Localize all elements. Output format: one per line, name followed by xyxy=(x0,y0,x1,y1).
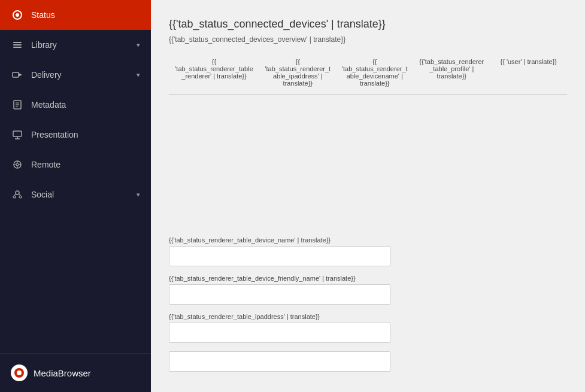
field4-input[interactable] xyxy=(169,351,390,372)
sidebar-item-social-label: Social xyxy=(31,190,137,199)
page-subtitle: {{'tab_status_connected_devices_overview… xyxy=(169,35,567,44)
field1-input[interactable] xyxy=(169,246,390,266)
field4-group xyxy=(169,351,567,372)
main-content: {{'tab_status_connected_devices' | trans… xyxy=(151,0,585,392)
field3-input[interactable] xyxy=(169,323,390,343)
svg-line-24 xyxy=(19,194,20,196)
delivery-chevron-icon: ▾ xyxy=(137,71,140,79)
sidebar-item-library-label: Library xyxy=(31,40,137,50)
svg-rect-4 xyxy=(13,47,22,48)
sidebar-item-remote-label: Remote xyxy=(31,160,140,169)
metadata-icon xyxy=(11,98,24,111)
field2-group: {{'tab_status_renderer_table_device_frie… xyxy=(169,275,567,305)
page-title: {{'tab_status_connected_devices' | trans… xyxy=(169,18,567,31)
presentation-icon xyxy=(11,128,24,141)
field3-group: {{'tab_status_renderer_table_ipaddress' … xyxy=(169,313,567,343)
field1-group: {{'tab_status_renderer_table_device_name… xyxy=(169,236,567,266)
sidebar-item-delivery[interactable]: Delivery ▾ xyxy=(0,60,151,90)
svg-rect-5 xyxy=(13,72,19,77)
sidebar-item-remote[interactable]: Remote xyxy=(0,150,151,180)
social-icon xyxy=(11,188,24,201)
library-chevron-icon: ▾ xyxy=(137,41,140,49)
sidebar-item-delivery-label: Delivery xyxy=(31,70,137,80)
field3-label: {{'tab_status_renderer_table_ipaddress' … xyxy=(169,313,567,320)
svg-point-15 xyxy=(16,163,19,166)
svg-marker-6 xyxy=(19,73,22,77)
sidebar-item-presentation[interactable]: Presentation xyxy=(0,120,151,150)
svg-point-22 xyxy=(19,196,22,198)
svg-point-20 xyxy=(16,191,19,195)
table-col-renderer: {{ 'tab_status_renderer_table_renderer' … xyxy=(169,56,259,89)
svg-rect-3 xyxy=(13,44,22,45)
status-icon xyxy=(11,8,24,22)
table-header: {{ 'tab_status_renderer_table_renderer' … xyxy=(169,56,567,95)
content-area: {{'tab_status_connected_devices' | trans… xyxy=(151,0,585,230)
field1-label: {{'tab_status_renderer_table_device_name… xyxy=(169,236,567,244)
sidebar-footer: MediaBrowser xyxy=(0,353,151,392)
svg-point-1 xyxy=(16,13,19,17)
sidebar-item-status[interactable]: Status xyxy=(0,0,151,30)
sidebar-item-metadata-label: Metadata xyxy=(31,100,140,110)
svg-line-23 xyxy=(14,194,16,196)
sidebar-item-library[interactable]: Library ▾ xyxy=(0,30,151,60)
library-icon xyxy=(11,38,24,51)
table-col-user: {{ 'user' | translate}} xyxy=(490,56,568,89)
svg-rect-2 xyxy=(13,42,22,43)
sidebar-item-social[interactable]: Social ▾ xyxy=(0,180,151,209)
sidebar: Status Library ▾ Delivery ▾ xyxy=(0,0,151,392)
app-name: MediaBrowser xyxy=(34,368,91,378)
delivery-icon xyxy=(11,68,24,81)
table-body xyxy=(169,101,567,136)
table-col-ipaddress: {{ 'tab_status_renderer_table_ipaddress'… xyxy=(259,56,337,89)
app-logo-icon xyxy=(11,364,28,381)
form-section: {{'tab_status_renderer_table_device_name… xyxy=(151,230,585,392)
sidebar-item-status-label: Status xyxy=(31,10,140,20)
field2-label: {{'tab_status_renderer_table_device_frie… xyxy=(169,275,567,282)
sidebar-item-metadata[interactable]: Metadata xyxy=(0,90,151,120)
svg-rect-11 xyxy=(13,131,22,136)
social-chevron-icon: ▾ xyxy=(137,191,140,199)
remote-icon xyxy=(11,158,24,171)
field2-input[interactable] xyxy=(169,284,390,305)
sidebar-item-presentation-label: Presentation xyxy=(31,130,140,139)
table-col-profile: {{'tab_status_renderer_table_profile' | … xyxy=(413,56,490,89)
table-col-devicename: {{ 'tab_status_renderer_table_devicename… xyxy=(337,56,414,89)
svg-point-26 xyxy=(17,370,22,375)
svg-point-21 xyxy=(13,196,16,198)
